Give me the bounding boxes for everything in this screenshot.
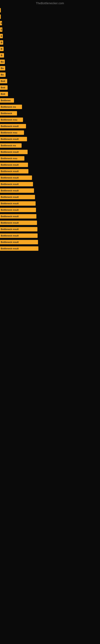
bar-row: Bottleneck result xyxy=(0,162,100,168)
bar-row: Bo xyxy=(0,66,100,71)
bar-label: Bottleneck result xyxy=(1,138,19,140)
bar-row: Bottleneck result xyxy=(0,194,100,200)
bar-fill: Bottleneck res xyxy=(0,143,22,148)
bar-label: Bottleneck result xyxy=(1,241,19,243)
bar-row: Bott xyxy=(0,91,100,96)
bar-fill: Bottleneck result xyxy=(0,124,26,128)
bar-fill: Bottleneck resu xyxy=(0,156,24,160)
bar-fill: Bottleneck result xyxy=(0,240,38,244)
bar-label: Bottleneck result xyxy=(1,234,19,237)
bar-label: B xyxy=(1,48,2,50)
bar-row: B xyxy=(0,40,100,45)
bar-fill: E xyxy=(0,21,2,25)
bar-label: Bottleneck result xyxy=(1,164,19,166)
bar-row: Bott xyxy=(0,85,100,90)
bar-row: Bottleneck result xyxy=(0,149,100,154)
bar-label: Bottleneck resu xyxy=(1,157,17,160)
bar-label: Bottleneck resu xyxy=(1,118,17,121)
bar-row: Bottleneck result xyxy=(0,214,100,219)
bar-row xyxy=(0,8,100,13)
bar-row: B xyxy=(0,53,100,58)
bar-row: Bottleneck result xyxy=(0,246,100,251)
bar-fill xyxy=(0,8,1,12)
bar-row: Bottleneck xyxy=(0,111,100,116)
bar-row: Bottleneck result xyxy=(0,220,100,226)
bar-fill: Bottleneck result xyxy=(0,220,37,225)
bar-fill: E xyxy=(0,34,3,38)
bar-row: Bottleneck result xyxy=(0,188,100,193)
bar-fill: Bottleneck result xyxy=(0,188,34,193)
bar-label: Bottleneck resu xyxy=(1,132,17,134)
bar-label: Bottleneck result xyxy=(1,222,19,224)
bar-label: B xyxy=(1,54,2,56)
bar-fill: Bottlenec xyxy=(0,98,14,103)
bar-label: Bottleneck result xyxy=(1,190,19,192)
bar-fill: B xyxy=(0,47,3,51)
bar-label: Bottleneck result xyxy=(1,151,19,153)
bar-row: Bottleneck result xyxy=(0,169,100,174)
bar-fill: Bottleneck result xyxy=(0,208,36,212)
bar-row: Bo xyxy=(0,59,100,64)
bar-fill: Bottleneck result xyxy=(0,176,32,180)
bar-row: Bottlenec xyxy=(0,98,100,103)
bar-row: Bottleneck result xyxy=(0,207,100,212)
bar-label: Bottleneck result xyxy=(1,202,19,205)
bar-label: Bottleneck result xyxy=(1,215,19,218)
bar-label: Bottlenec xyxy=(1,99,11,102)
bar-row: Bo xyxy=(0,72,100,77)
bar-fill: Bottleneck resu xyxy=(0,130,24,135)
bar-fill: Bottleneck result xyxy=(0,195,35,199)
bar-row: Bottleneck result xyxy=(0,175,100,180)
bar-label: Bott xyxy=(1,93,5,95)
bar-label: Bo xyxy=(1,74,4,76)
bar-row: Bottleneck result xyxy=(0,240,100,245)
bar-label: Bottleneck result xyxy=(1,196,19,198)
site-title: TheBottlenecker.com xyxy=(0,0,100,6)
bar-label: Bo xyxy=(1,67,4,70)
bar-label: Bottleneck result xyxy=(1,176,19,179)
bar-label: Bott xyxy=(1,86,5,89)
bar-row: B xyxy=(0,46,100,52)
bar-fill: B xyxy=(0,40,3,45)
bar-label: Bo xyxy=(1,60,4,63)
bar-row: Bott xyxy=(0,78,100,84)
bar-label: Bott xyxy=(1,80,5,82)
bar-row: Bottleneck result xyxy=(0,136,100,142)
bar-label: Bottleneck result xyxy=(1,125,19,128)
bar-row: Bottleneck result xyxy=(0,233,100,238)
bar-row: Bottleneck resu xyxy=(0,156,100,161)
bar-row: Bottleneck result xyxy=(0,226,100,232)
bar-label: Bottleneck res xyxy=(1,144,16,147)
bar-fill: Bottleneck result xyxy=(0,246,38,251)
bar-fill: E xyxy=(0,27,2,32)
bar-fill: Bott xyxy=(0,85,8,90)
bar-fill: Bo xyxy=(0,60,5,64)
bar-row: E xyxy=(0,34,100,39)
bar-label: Bottleneck res xyxy=(1,106,16,108)
bar-label: Bottleneck result xyxy=(1,209,19,211)
bar-row: Bottleneck resu xyxy=(0,117,100,122)
bar-label: Bottleneck result xyxy=(1,170,19,172)
bar-fill: Bottleneck result xyxy=(0,201,36,206)
bar-label: E xyxy=(1,35,2,37)
bar-fill: Bott xyxy=(0,92,8,96)
bar-label: Bottleneck result xyxy=(1,183,19,185)
bar-fill: Bottleneck result xyxy=(0,169,28,174)
bar-label: Bottleneck result xyxy=(1,247,19,250)
bar-fill xyxy=(0,14,1,19)
bar-row: Bottleneck result xyxy=(0,124,100,129)
bar-fill: Bott xyxy=(0,79,7,83)
bar-label: E xyxy=(1,22,2,24)
bar-fill: Bottleneck xyxy=(0,111,17,116)
bar-row: E xyxy=(0,20,100,26)
bar-row: Bottleneck resu xyxy=(0,130,100,135)
bar-fill: B xyxy=(0,53,4,58)
bar-fill: Bottleneck res xyxy=(0,105,22,109)
bar-fill: Bo xyxy=(0,66,5,70)
bar-row: Bottleneck res xyxy=(0,143,100,148)
bars-container: EEEBBBBoBoBoBottBottBottBottlenecBottlen… xyxy=(0,6,100,252)
bar-fill: Bottleneck result xyxy=(0,182,33,186)
bar-label: Bottleneck xyxy=(1,112,12,114)
bar-row: E xyxy=(0,27,100,32)
bar-label: Bottleneck result xyxy=(1,228,19,230)
